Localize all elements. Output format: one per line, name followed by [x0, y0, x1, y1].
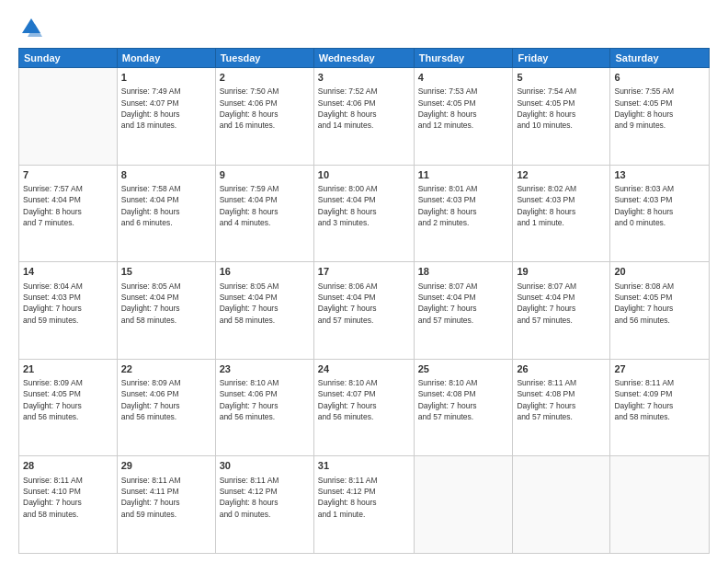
day-number: 22: [121, 362, 211, 376]
calendar-cell: 24Sunrise: 8:10 AM Sunset: 4:07 PM Dayli…: [313, 359, 414, 456]
day-info: Sunrise: 7:55 AM Sunset: 4:05 PM Dayligh…: [614, 86, 705, 131]
calendar-cell: 15Sunrise: 8:05 AM Sunset: 4:04 PM Dayli…: [117, 262, 215, 360]
calendar-cell: 11Sunrise: 8:01 AM Sunset: 4:03 PM Dayli…: [414, 165, 513, 262]
calendar-cell: 6Sunrise: 7:55 AM Sunset: 4:05 PM Daylig…: [610, 68, 710, 166]
calendar-cell: 1Sunrise: 7:49 AM Sunset: 4:07 PM Daylig…: [117, 68, 215, 166]
day-number: 8: [121, 168, 211, 182]
day-info: Sunrise: 8:01 AM Sunset: 4:03 PM Dayligh…: [418, 183, 509, 228]
day-info: Sunrise: 8:03 AM Sunset: 4:03 PM Dayligh…: [614, 183, 705, 228]
day-number: 21: [23, 362, 113, 376]
header: [18, 15, 710, 40]
week-row-0: 1Sunrise: 7:49 AM Sunset: 4:07 PM Daylig…: [19, 68, 710, 166]
calendar-cell: 17Sunrise: 8:06 AM Sunset: 4:04 PM Dayli…: [313, 262, 414, 360]
calendar-cell: 27Sunrise: 8:11 AM Sunset: 4:09 PM Dayli…: [610, 359, 710, 456]
week-row-4: 28Sunrise: 8:11 AM Sunset: 4:10 PM Dayli…: [19, 456, 710, 554]
day-number: 28: [23, 459, 113, 473]
day-info: Sunrise: 7:50 AM Sunset: 4:06 PM Dayligh…: [220, 86, 310, 131]
day-number: 16: [220, 265, 310, 279]
day-info: Sunrise: 7:53 AM Sunset: 4:05 PM Dayligh…: [418, 86, 509, 131]
day-number: 31: [318, 459, 410, 473]
day-number: 20: [614, 265, 705, 279]
day-info: Sunrise: 8:04 AM Sunset: 4:03 PM Dayligh…: [23, 281, 113, 326]
day-number: 14: [23, 265, 113, 279]
day-number: 10: [318, 168, 410, 182]
calendar-cell: [19, 68, 118, 166]
day-info: Sunrise: 8:11 AM Sunset: 4:11 PM Dayligh…: [121, 475, 211, 520]
day-number: 2: [220, 71, 310, 85]
day-number: 17: [318, 265, 410, 279]
day-info: Sunrise: 8:09 AM Sunset: 4:05 PM Dayligh…: [23, 377, 113, 422]
calendar-cell: 19Sunrise: 8:07 AM Sunset: 4:04 PM Dayli…: [513, 262, 610, 360]
weekday-header-row: SundayMondayTuesdayWednesdayThursdayFrid…: [19, 49, 710, 68]
day-info: Sunrise: 7:49 AM Sunset: 4:07 PM Dayligh…: [121, 86, 211, 131]
day-info: Sunrise: 8:11 AM Sunset: 4:12 PM Dayligh…: [318, 475, 410, 520]
day-info: Sunrise: 7:59 AM Sunset: 4:04 PM Dayligh…: [220, 183, 310, 228]
weekday-header-thursday: Thursday: [414, 49, 513, 68]
calendar-cell: 22Sunrise: 8:09 AM Sunset: 4:06 PM Dayli…: [117, 359, 215, 456]
calendar-cell: 16Sunrise: 8:05 AM Sunset: 4:04 PM Dayli…: [215, 262, 313, 360]
calendar-cell: 7Sunrise: 7:57 AM Sunset: 4:04 PM Daylig…: [19, 165, 118, 262]
day-info: Sunrise: 8:08 AM Sunset: 4:05 PM Dayligh…: [614, 281, 705, 326]
day-number: 15: [121, 265, 211, 279]
day-number: 13: [614, 168, 705, 182]
day-info: Sunrise: 8:11 AM Sunset: 4:12 PM Dayligh…: [220, 475, 310, 520]
day-info: Sunrise: 8:10 AM Sunset: 4:08 PM Dayligh…: [418, 377, 509, 422]
day-info: Sunrise: 8:02 AM Sunset: 4:03 PM Dayligh…: [517, 183, 606, 228]
day-number: 12: [517, 168, 606, 182]
day-number: 11: [418, 168, 509, 182]
day-number: 30: [220, 459, 310, 473]
calendar-cell: 26Sunrise: 8:11 AM Sunset: 4:08 PM Dayli…: [513, 359, 610, 456]
logo-icon: [18, 15, 44, 40]
calendar-cell: 4Sunrise: 7:53 AM Sunset: 4:05 PM Daylig…: [414, 68, 513, 166]
week-row-3: 21Sunrise: 8:09 AM Sunset: 4:05 PM Dayli…: [19, 359, 710, 456]
weekday-header-sunday: Sunday: [19, 49, 118, 68]
day-number: 6: [614, 71, 705, 85]
day-info: Sunrise: 8:11 AM Sunset: 4:08 PM Dayligh…: [517, 377, 606, 422]
day-number: 9: [220, 168, 310, 182]
week-row-1: 7Sunrise: 7:57 AM Sunset: 4:04 PM Daylig…: [19, 165, 710, 262]
calendar-cell: 28Sunrise: 8:11 AM Sunset: 4:10 PM Dayli…: [19, 456, 118, 554]
calendar-cell: 20Sunrise: 8:08 AM Sunset: 4:05 PM Dayli…: [610, 262, 710, 360]
day-number: 5: [517, 71, 606, 85]
calendar-cell: 21Sunrise: 8:09 AM Sunset: 4:05 PM Dayli…: [19, 359, 118, 456]
calendar-cell: 23Sunrise: 8:10 AM Sunset: 4:06 PM Dayli…: [215, 359, 313, 456]
calendar-cell: 3Sunrise: 7:52 AM Sunset: 4:06 PM Daylig…: [313, 68, 414, 166]
day-number: 1: [121, 71, 211, 85]
day-info: Sunrise: 8:09 AM Sunset: 4:06 PM Dayligh…: [121, 377, 211, 422]
calendar-cell: 18Sunrise: 8:07 AM Sunset: 4:04 PM Dayli…: [414, 262, 513, 360]
weekday-header-monday: Monday: [117, 49, 215, 68]
day-info: Sunrise: 8:00 AM Sunset: 4:04 PM Dayligh…: [318, 183, 410, 228]
week-row-2: 14Sunrise: 8:04 AM Sunset: 4:03 PM Dayli…: [19, 262, 710, 360]
day-info: Sunrise: 7:54 AM Sunset: 4:05 PM Dayligh…: [517, 86, 606, 131]
day-number: 23: [220, 362, 310, 376]
day-number: 3: [318, 71, 410, 85]
weekday-header-wednesday: Wednesday: [313, 49, 414, 68]
day-info: Sunrise: 7:58 AM Sunset: 4:04 PM Dayligh…: [121, 183, 211, 228]
calendar-table: SundayMondayTuesdayWednesdayThursdayFrid…: [18, 48, 710, 554]
weekday-header-friday: Friday: [513, 49, 610, 68]
day-info: Sunrise: 8:07 AM Sunset: 4:04 PM Dayligh…: [418, 281, 509, 326]
day-info: Sunrise: 7:57 AM Sunset: 4:04 PM Dayligh…: [23, 183, 113, 228]
day-info: Sunrise: 7:52 AM Sunset: 4:06 PM Dayligh…: [318, 86, 410, 131]
calendar-cell: 9Sunrise: 7:59 AM Sunset: 4:04 PM Daylig…: [215, 165, 313, 262]
calendar-cell: 31Sunrise: 8:11 AM Sunset: 4:12 PM Dayli…: [313, 456, 414, 554]
calendar-cell: 13Sunrise: 8:03 AM Sunset: 4:03 PM Dayli…: [610, 165, 710, 262]
weekday-header-saturday: Saturday: [610, 49, 710, 68]
calendar-cell: 12Sunrise: 8:02 AM Sunset: 4:03 PM Dayli…: [513, 165, 610, 262]
day-number: 27: [614, 362, 705, 376]
calendar-cell: 2Sunrise: 7:50 AM Sunset: 4:06 PM Daylig…: [215, 68, 313, 166]
day-info: Sunrise: 8:10 AM Sunset: 4:07 PM Dayligh…: [318, 377, 410, 422]
calendar-cell: 5Sunrise: 7:54 AM Sunset: 4:05 PM Daylig…: [513, 68, 610, 166]
day-number: 4: [418, 71, 509, 85]
calendar-cell: [414, 456, 513, 554]
day-info: Sunrise: 8:07 AM Sunset: 4:04 PM Dayligh…: [517, 281, 606, 326]
calendar-cell: 10Sunrise: 8:00 AM Sunset: 4:04 PM Dayli…: [313, 165, 414, 262]
weekday-header-tuesday: Tuesday: [215, 49, 313, 68]
calendar-cell: 25Sunrise: 8:10 AM Sunset: 4:08 PM Dayli…: [414, 359, 513, 456]
page: SundayMondayTuesdayWednesdayThursdayFrid…: [0, 0, 728, 563]
day-info: Sunrise: 8:06 AM Sunset: 4:04 PM Dayligh…: [318, 281, 410, 326]
day-number: 29: [121, 459, 211, 473]
calendar-header: SundayMondayTuesdayWednesdayThursdayFrid…: [19, 49, 710, 68]
calendar-cell: [610, 456, 710, 554]
day-number: 25: [418, 362, 509, 376]
